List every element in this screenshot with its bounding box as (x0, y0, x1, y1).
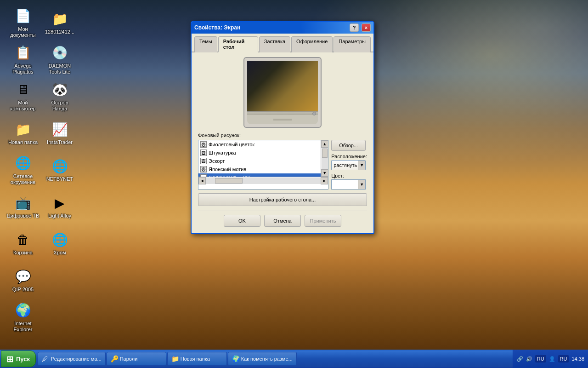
clock: 14:38 (571, 356, 584, 362)
wallpaper-list-border: ▲ ▼ 🖼 Фиолетовый цветок (198, 140, 328, 190)
scrollbar-thumb[interactable] (322, 149, 328, 158)
start-label: Пуск (16, 356, 30, 362)
dialog-close-button[interactable]: × (362, 23, 371, 32)
icon-ie[interactable]: 🌍 Internet Explorer (5, 299, 41, 336)
color-label: Цвет: (331, 173, 367, 178)
icon-netbynet[interactable]: 🌐 NETBYNET (41, 152, 78, 189)
taskbar-items: 🖊 Редактирование ма... 🔑 Пароли 📁 Новая … (36, 350, 513, 368)
chrome-label: Хром (53, 250, 66, 256)
taskbar-item-1[interactable]: 🔑 Пароли (107, 352, 166, 366)
my-docs-icon: 📄 (15, 8, 31, 24)
taskbar-item-3-icon: 🌍 (232, 355, 239, 362)
h-scroll-thumb[interactable] (215, 178, 243, 184)
cancel-button[interactable]: Отмена (264, 215, 301, 227)
h-scroll-track (206, 178, 321, 184)
monitor-base-top (247, 111, 318, 115)
qip-label: QIP 2005 (12, 287, 34, 293)
taskbar-right: 🔗 🔊 RU 👤 RU 14:38 (513, 350, 588, 368)
taskbar-item-3-label: Как поменять разме... (241, 356, 293, 362)
v-scrollbar[interactable]: ▲ ▼ (321, 140, 328, 177)
h-scrollbar[interactable]: ◄ ► (198, 177, 328, 184)
wallpaper-item-icon-1: 🖼 (200, 150, 207, 156)
display-properties-dialog: Свойства: Экран ? × Темы Рабочий стол За… (191, 21, 374, 234)
customize-desktop-button[interactable]: Настройка рабочего стола... (198, 193, 367, 206)
language-indicator-2: RU (558, 355, 569, 362)
chrome-icon: 🌐 (51, 231, 68, 248)
scrollbar-up-btn[interactable]: ▲ (321, 140, 328, 148)
icon-advego[interactable]: 📋 Advego Plagiatus (5, 41, 41, 78)
tab-screensaver[interactable]: Заставка (259, 36, 290, 52)
h-scroll-left-btn[interactable]: ◄ (198, 177, 206, 184)
wallpaper-list: 🖼 Фиолетовый цветок 🖼 Штукатурка 🖼 Эско (198, 140, 321, 177)
digital-tv-label: Цифровое ТВ (7, 213, 40, 219)
taskbar-item-1-icon: 🔑 (111, 355, 118, 362)
monitor-screen-image (247, 61, 318, 111)
wallpaper-list-items: 🖼 Фиолетовый цветок 🖼 Штукатурка 🖼 Эско (198, 140, 328, 177)
digital-tv-icon: 📺 (15, 195, 31, 211)
wallpaper-item-2[interactable]: 🖼 Эскорт (198, 157, 321, 165)
right-panel: Обзор... Расположение: растянуть ▼ Цвет:… (331, 140, 367, 190)
qip-icon: 💬 (15, 268, 31, 285)
icon-chrome[interactable]: 🌐 Хром (41, 225, 78, 262)
new-folder-icon: 📁 (15, 121, 31, 138)
network-label: Сетевое окружение (6, 173, 40, 185)
taskbar: ⊞ Пуск 🖊 Редактирование ма... 🔑 Пароли 📁… (0, 350, 588, 368)
dialog-action-buttons: OK Отмена Применить (198, 211, 367, 229)
network-icon: 🌐 (15, 155, 31, 172)
icon-ostrov[interactable]: 🐼 Остров Нанда (41, 78, 78, 115)
monitor-button (312, 112, 316, 115)
icon-qip[interactable]: 💬 QIP 2005 (5, 262, 41, 299)
position-dropdown[interactable]: растянуть ▼ (331, 160, 366, 170)
trash-icon: 🗑 (15, 231, 31, 248)
taskbar-item-1-label: Пароли (120, 356, 138, 362)
folder128-label: 128012412... (45, 29, 74, 35)
icon-new-folder[interactable]: 📁 Новая папка (5, 115, 41, 152)
ostrov-label: Остров Нанда (43, 100, 76, 112)
icon-network[interactable]: 🌐 Сетевое окружение (5, 152, 41, 189)
scrollbar-track (322, 148, 328, 169)
advego-label: Advego Plagiatus (6, 63, 40, 75)
wallpaper-item-1[interactable]: 🖼 Штукатурка (198, 149, 321, 157)
wallpaper-item-0[interactable]: 🖼 Фиолетовый цветок (198, 140, 321, 149)
tab-parameters[interactable]: Параметры (334, 36, 371, 52)
taskbar-item-2[interactable]: 📁 Новая папка (167, 352, 227, 366)
language-indicator[interactable]: RU (535, 355, 546, 362)
icon-digital-tv[interactable]: 📺 Цифровое ТВ (5, 189, 41, 225)
user-tray-icon: 👤 (549, 356, 555, 362)
dialog-content: Фоновый рисунок: ▲ ▼ (192, 52, 373, 233)
instatrader-label: InstaTrader (47, 139, 73, 145)
start-button[interactable]: ⊞ Пуск (1, 351, 36, 367)
wallpaper-item-3[interactable]: 🖼 Японский мотив (198, 165, 321, 173)
icon-my-computer[interactable]: 🖥 Мой компьютер (5, 78, 41, 115)
icon-trash[interactable]: 🗑 Корзина (5, 225, 41, 262)
scrollbar-down-btn[interactable]: ▼ (321, 169, 328, 177)
monitor-screen (247, 61, 318, 111)
icon-folder128[interactable]: 📁 128012412... (41, 5, 78, 41)
wallpaper-item-icon-2: 🖼 (200, 158, 207, 164)
icon-daemon[interactable]: 💿 DAEMON Tools Lite (41, 41, 78, 78)
taskbar-item-0[interactable]: 🖊 Редактирование ма... (38, 352, 106, 366)
icon-my-docs[interactable]: 📄 Мои документы (5, 5, 41, 41)
my-computer-icon: 🖥 (15, 81, 31, 98)
tab-themes[interactable]: Темы (194, 36, 217, 52)
tab-desktop[interactable]: Рабочий стол (218, 36, 258, 52)
lightalloy-label: Light Alloy (48, 213, 71, 219)
color-picker[interactable]: ▼ (331, 179, 366, 190)
monitor-preview (198, 57, 367, 128)
apply-button[interactable]: Применить (305, 215, 341, 227)
dialog-help-button[interactable]: ? (350, 23, 359, 32)
ie-label: Internet Explorer (6, 321, 40, 333)
wallpaper-item-4[interactable]: 🖼 1280124121_w065 (198, 173, 321, 177)
monitor-stand (273, 119, 292, 121)
instatrader-icon: 📈 (51, 121, 68, 138)
ok-button[interactable]: OK (224, 215, 260, 227)
dialog-title: Свойства: Экран (194, 24, 347, 31)
taskbar-item-0-icon: 🖊 (42, 355, 49, 362)
tab-appearance[interactable]: Оформление (291, 36, 333, 52)
browse-button[interactable]: Обзор... (331, 140, 366, 151)
icon-instatrader[interactable]: 📈 InstaTrader (41, 115, 78, 152)
taskbar-item-3[interactable]: 🌍 Как поменять разме... (228, 352, 297, 366)
netbynet-icon: 🌐 (51, 158, 68, 174)
icon-lightalloy[interactable]: ▶ Light Alloy (41, 189, 78, 225)
h-scroll-right-btn[interactable]: ► (321, 177, 328, 184)
